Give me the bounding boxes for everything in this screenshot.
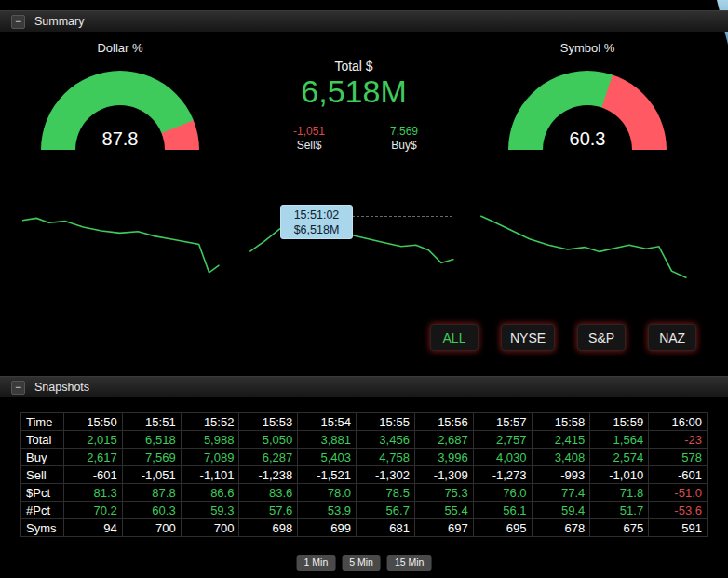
tooltip-value: $6,518M: [281, 222, 352, 237]
table-cell: 678: [532, 519, 590, 537]
table-cell: -993: [532, 466, 590, 484]
table-cell: 57.6: [239, 502, 298, 519]
snapshots-title: Snapshots: [34, 381, 89, 394]
table-header-cell: Time: [21, 413, 64, 431]
table-cell: 60.3: [122, 502, 181, 519]
table-cell: 698: [239, 519, 298, 537]
sell-value: -1,051: [272, 125, 346, 139]
filter-button-all[interactable]: ALL: [430, 324, 479, 351]
market-filter-group: ALLNYSES&PNAZ: [430, 324, 696, 351]
table-cell: -1,521: [298, 466, 357, 484]
table-cell: -51.0: [649, 484, 708, 502]
table-cell: -1,101: [181, 466, 239, 484]
row-label: Total: [21, 431, 64, 449]
sell-label: Sell$: [272, 139, 346, 153]
table-cell: 700: [181, 519, 239, 537]
table-header-cell: 16:00: [649, 413, 708, 431]
dollar-gauge-value: 87.8: [41, 128, 199, 150]
row-label: $Pct: [21, 484, 64, 502]
table-row: Syms94700700698699681697695678675591: [21, 519, 708, 537]
table-cell: -1,010: [590, 466, 649, 484]
table-cell: 2,574: [590, 449, 649, 466]
table-cell: 71.8: [590, 484, 649, 502]
minimize-summary-button[interactable]: −: [11, 15, 25, 29]
table-cell: 83.6: [239, 484, 298, 502]
table-cell: 59.4: [532, 502, 590, 519]
table-cell: -1,309: [414, 466, 473, 484]
table-cell: 53.9: [298, 502, 357, 519]
table-cell: 2,617: [64, 449, 123, 466]
total-label: Total $: [279, 59, 428, 74]
summary-panel-header: − Summary: [0, 10, 728, 32]
table-cell: -1,051: [122, 466, 181, 484]
sparkline-tooltip: 15:51:02 $6,518M: [280, 205, 353, 239]
table-cell: 2,687: [414, 431, 473, 449]
interval-button-group: 1 Min5 Min15 Min: [297, 555, 432, 571]
symbol-gauge: 60.3: [508, 71, 667, 151]
table-cell: 578: [649, 449, 708, 466]
dollar-gauge: 87.8: [41, 71, 199, 151]
interval-button-15-min[interactable]: 15 Min: [387, 555, 432, 571]
table-cell: 695: [473, 519, 532, 537]
total-value: 6,518M: [251, 74, 456, 110]
table-cell: -1,302: [357, 466, 415, 484]
row-label: Sell: [21, 466, 64, 484]
table-cell: 6,518: [122, 431, 181, 449]
table-row: Buy2,6177,5697,0896,2875,4034,7583,9964,…: [21, 449, 708, 466]
table-cell: 55.4: [414, 502, 473, 519]
filter-button-sp[interactable]: S&P: [577, 324, 626, 351]
table-row: Sell-601-1,051-1,101-1,238-1,521-1,302-1…: [21, 466, 708, 484]
table-cell: 70.2: [64, 502, 123, 519]
sparkline-path: [480, 216, 686, 277]
interval-button-1-min[interactable]: 1 Min: [297, 555, 336, 571]
table-cell: 2,015: [64, 431, 123, 449]
table-header-cell: 15:57: [473, 413, 532, 431]
table-cell: 86.6: [181, 484, 239, 502]
symbol-gauge-value: 60.3: [508, 128, 667, 150]
table-header-cell: 15:54: [298, 413, 357, 431]
table-cell: 699: [298, 519, 357, 537]
total-sparkline: [248, 208, 458, 283]
table-cell: 675: [590, 519, 649, 537]
table-header-cell: 15:52: [181, 413, 239, 431]
table-cell: 5,050: [239, 431, 298, 449]
summary-title: Summary: [34, 15, 84, 28]
table-cell: 78.0: [298, 484, 357, 502]
table-cell: -53.6: [649, 502, 708, 519]
minimize-snapshots-button[interactable]: −: [11, 381, 25, 395]
filter-button-naz[interactable]: NAZ: [648, 324, 696, 351]
table-cell: 5,403: [298, 449, 357, 466]
table-row: $Pct81.387.886.683.678.078.575.376.077.4…: [21, 484, 708, 502]
tooltip-time: 15:51:02: [281, 208, 352, 222]
table-cell: 75.3: [414, 484, 473, 502]
filter-button-nyse[interactable]: NYSE: [501, 324, 555, 351]
table-cell: -1,238: [239, 466, 298, 484]
table-cell: 5,988: [181, 431, 239, 449]
table-cell: -601: [649, 466, 708, 484]
table-cell: 3,408: [532, 449, 590, 466]
trading-dashboard-window: − Summary Dollar % 87.8 Total $ 6,518M -…: [0, 0, 728, 578]
table-row: Total2,0156,5185,9885,0503,8813,4562,687…: [21, 431, 708, 449]
dollar-sparkline: [22, 208, 225, 283]
table-cell: 3,456: [357, 431, 415, 449]
table-cell: 3,881: [298, 431, 357, 449]
interval-button-5-min[interactable]: 5 Min: [342, 555, 381, 571]
table-cell: -1,273: [473, 466, 532, 484]
table-header-cell: 15:56: [414, 413, 473, 431]
buy-label: Buy$: [367, 139, 441, 153]
row-label: Syms: [21, 519, 64, 537]
table-cell: 7,569: [122, 449, 181, 466]
table-cell: 681: [357, 519, 415, 537]
snapshots-table-body: Time15:5015:5115:5215:5315:5415:5515:561…: [21, 413, 708, 537]
table-cell: 2,757: [473, 431, 532, 449]
snapshots-table: Time15:5015:5115:5215:5315:5415:5515:561…: [20, 412, 708, 537]
table-cell: 59.3: [181, 502, 239, 519]
table-cell: 94: [64, 519, 123, 537]
sparkline-path: [22, 218, 219, 272]
table-cell: 4,030: [473, 449, 532, 466]
table-cell: 2,415: [532, 431, 590, 449]
sell-stack: -1,051 Sell$: [272, 125, 346, 153]
row-label: Buy: [21, 449, 64, 466]
table-header-row: Time15:5015:5115:5215:5315:5415:5515:561…: [21, 413, 708, 431]
row-label: #Pct: [21, 502, 64, 519]
